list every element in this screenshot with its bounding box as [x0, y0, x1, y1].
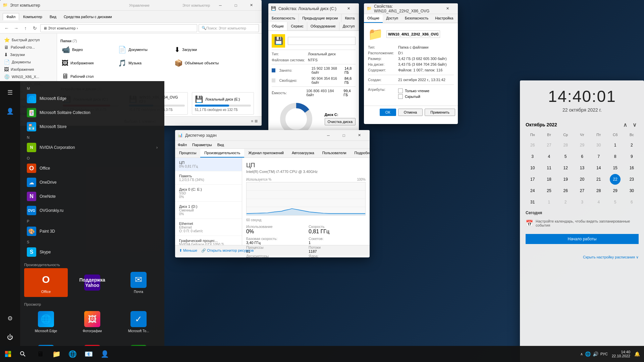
cal-day-1[interactable]: 1 — [610, 140, 621, 150]
cal-day-16[interactable]: 16 — [626, 163, 637, 173]
disk-props-close-btn[interactable]: ✕ — [341, 3, 356, 14]
view-btn-list[interactable]: ≡ — [251, 119, 253, 123]
tm-close-btn[interactable]: ✕ — [352, 130, 367, 141]
volume-icon[interactable]: 🔊 — [593, 351, 598, 357]
tm-tab-apphistory[interactable]: Журнал приложений — [244, 149, 288, 158]
sm-app-skype[interactable]: S Skype — [24, 245, 160, 259]
sidebar-item-documents[interactable]: 📄Документы — [1, 58, 55, 66]
fp-tab-security[interactable]: Безопасность — [401, 14, 432, 23]
taskbar-start-btn[interactable] — [0, 346, 16, 362]
fp-cancel-btn[interactable]: Отмена — [398, 109, 423, 116]
taskbar-search-btn[interactable] — [16, 346, 30, 362]
explorer-maximize-btn[interactable]: □ — [228, 0, 244, 11]
cal-day-5[interactable]: 5 — [560, 151, 571, 162]
folder-props-close-btn[interactable]: ✕ — [440, 3, 455, 14]
fp-tab-access[interactable]: Доступ — [383, 14, 401, 23]
tm-sidebar-ethernet[interactable]: Ethernet Ethernet О: 0 П: 0 кбит/с — [175, 219, 242, 236]
cal-day-30[interactable]: 30 — [626, 185, 637, 196]
sm-pinned-photos[interactable]: 🖼 Фотографии — [70, 308, 114, 336]
sm-app-nvidia[interactable]: N NVIDIA Corporation › — [24, 141, 160, 154]
dp-tab-access[interactable]: Доступ — [339, 22, 359, 31]
tm-tab-processes[interactable]: Процессы — [175, 149, 200, 158]
tm-sidebar-disk1[interactable]: Диск 1 (D:) Сменный 0% — [175, 202, 242, 219]
cal-day-3[interactable]: 3 — [527, 151, 538, 162]
cal-day-1-next[interactable]: 1 — [544, 197, 554, 207]
tm-tab-details[interactable]: Подробности — [350, 149, 370, 158]
explorer-path[interactable]: 🖥 Этот компьютер › — [40, 24, 197, 32]
fp-ok-btn[interactable]: ОК — [380, 109, 396, 116]
cal-day-11[interactable]: 11 — [544, 163, 554, 173]
explorer-tab-computer[interactable]: Компьютер — [20, 13, 46, 20]
sm-app-paint3d[interactable]: 🎨 Paint 3D — [24, 225, 160, 238]
cal-prev-btn[interactable]: ∧ — [621, 121, 629, 129]
tm-sidebar-memory[interactable]: Память 1,2/3,5 ГБ (34%) — [175, 171, 242, 185]
taskbar-clock[interactable]: 14:40 22.10.2022 — [609, 350, 633, 358]
sidebar-item-win10x86[interactable]: 💿WIN10_X86_X... — [1, 73, 55, 80]
folder-desktop[interactable]: 🖥Рабочий стол — [60, 71, 113, 81]
cal-day-6[interactable]: 6 — [577, 151, 587, 162]
cal-day-28-prev[interactable]: 28 — [560, 140, 571, 150]
cal-day-26[interactable]: 26 — [560, 185, 571, 196]
tm-less-btn[interactable]: ⬆ Меньше — [179, 248, 197, 253]
tm-menu-file[interactable]: Файл — [178, 143, 187, 147]
sm-app-store[interactable]: 🏪 Microsoft Store — [24, 120, 160, 133]
tm-minimize-btn[interactable]: ─ — [321, 130, 336, 141]
cal-day-10[interactable]: 10 — [527, 163, 538, 173]
sm-app-onenote[interactable]: N OneNote — [24, 190, 160, 203]
sm-sidebar-user[interactable]: 👤 — [1, 103, 19, 120]
cal-day-31[interactable]: 31 — [527, 197, 538, 207]
sm-pinned-solitaire2[interactable]: 🃏 Solitaire — [117, 342, 160, 346]
sm-sidebar-settings[interactable]: ⚙ — [1, 310, 19, 327]
explorer-forward-btn[interactable]: → — [12, 24, 20, 32]
explorer-tab-view[interactable]: Вид — [46, 13, 60, 20]
sidebar-item-quickaccess[interactable]: ⭐Быстрый доступ — [1, 36, 55, 44]
dp-tab-hardware[interactable]: Оборудование — [307, 22, 339, 31]
folder-music[interactable]: 🎵Музыка — [116, 58, 170, 68]
cal-day-30-prev[interactable]: 30 — [593, 140, 604, 150]
explorer-close-btn[interactable]: ✕ — [244, 0, 259, 11]
fp-attr-hidden-cb[interactable] — [398, 94, 403, 99]
fp-tab-general[interactable]: Общие — [364, 14, 383, 23]
sm-pinned-office[interactable]: O Office — [24, 268, 68, 297]
folder-downloads[interactable]: ⬇Загрузки — [172, 44, 226, 55]
explorer-back-btn[interactable]: ← — [3, 24, 11, 32]
cal-day-21[interactable]: 21 — [593, 174, 604, 185]
sm-pinned-store2[interactable]: 🏪 Microsoft Store — [24, 342, 68, 346]
fp-apply-btn[interactable]: Применить — [425, 109, 455, 116]
tm-monitor-btn[interactable]: 🔗 Открыть монитор ресурсов — [201, 248, 254, 253]
sm-pinned-mail[interactable]: ✉ Почта — [117, 268, 160, 297]
cal-day-19[interactable]: 19 — [560, 174, 571, 185]
dp-clean-btn[interactable]: Очистка диска — [325, 118, 356, 125]
folder-video[interactable]: 📹Видео — [60, 44, 113, 55]
cal-day-20[interactable]: 20 — [577, 174, 587, 185]
explorer-tab-file[interactable]: Файл — [3, 13, 19, 20]
sidebar-item-downloads[interactable]: ⬇Загрузки — [1, 51, 55, 58]
sm-app-onedrive[interactable]: ☁ OneDrive — [24, 176, 160, 189]
cal-day-5-next[interactable]: 5 — [610, 197, 621, 207]
sidebar-item-desktop[interactable]: 🖥Рабочий сто... — [1, 44, 55, 51]
sm-app-edge[interactable]: 🌐 Microsoft Edge — [24, 92, 160, 105]
cal-start-btn[interactable]: Начало работы — [526, 234, 639, 244]
taskbar-app-user[interactable]: 👤 — [97, 346, 113, 362]
cal-day-25[interactable]: 25 — [544, 185, 554, 196]
explorer-up-btn[interactable]: ↑ — [21, 24, 30, 32]
folder-3d[interactable]: 📦Объёмные объекты — [172, 58, 226, 68]
taskbar-app-edge[interactable]: 🌐 — [64, 346, 80, 362]
cal-day-26-prev[interactable]: 26 — [527, 140, 538, 150]
cal-day-18[interactable]: 18 — [544, 174, 554, 185]
cal-day-24[interactable]: 24 — [527, 185, 538, 196]
cal-day-17[interactable]: 17 — [527, 174, 538, 185]
tm-tab-users[interactable]: Пользователи — [318, 149, 351, 158]
tm-tab-startup[interactable]: Автозагрузка — [288, 149, 318, 158]
tm-sidebar-gpu[interactable]: Графический процес... NVIDIA GeForce GTX… — [175, 236, 242, 245]
dp-tab-prev-versions[interactable]: Предыдущие версии — [299, 14, 341, 22]
taskbar-app-mail[interactable]: 📧 — [80, 346, 97, 362]
dp-tab-quota[interactable]: Квота — [341, 14, 358, 22]
network-icon[interactable]: 🌐 — [585, 351, 591, 357]
cal-day-8[interactable]: 8 — [610, 151, 621, 162]
cal-day-6-next[interactable]: 6 — [626, 197, 637, 207]
tm-maximize-btn[interactable]: □ — [336, 130, 352, 141]
sm-app-solitaire[interactable]: 🃏 Microsoft Solitaire Collection — [24, 106, 160, 119]
explorer-minimize-btn[interactable]: ─ — [213, 0, 228, 11]
taskbar-app-explorer[interactable]: 📁 — [48, 346, 64, 362]
